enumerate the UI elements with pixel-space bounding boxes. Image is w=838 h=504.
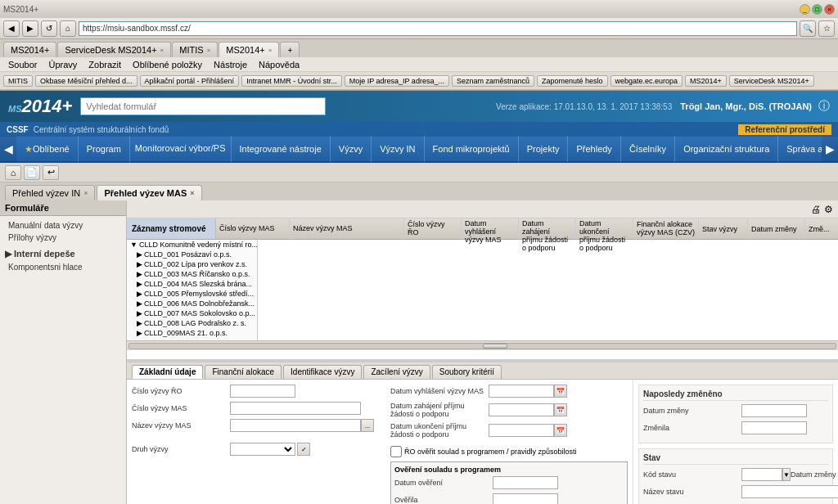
tree-item-3[interactable]: ▶ CLLD_004 MAS Slezská brána... <box>127 279 257 289</box>
tree-item-6[interactable]: ▶ CLLD_007 MAS Sokolovsko o.p... <box>127 308 257 318</box>
input-nazev-mas[interactable] <box>230 419 361 432</box>
forms-item-prilohy[interactable]: Přílohy výzvy <box>0 232 126 244</box>
nav-tab-vyzvy[interactable]: Výzvy <box>331 136 372 162</box>
tab-close-in-icon[interactable]: × <box>83 189 88 197</box>
menu-napoveda[interactable]: Nápověda <box>254 59 304 70</box>
menu-oblibene[interactable]: Oblíbené položky <box>128 59 207 70</box>
bookmark-heslo[interactable]: Zapomenuté heslo <box>537 75 608 87</box>
tree-item-8[interactable]: ▶ CLLD_009MAS 21. o.p.s. <box>127 328 257 338</box>
search-go-button[interactable]: 🔍 <box>800 20 816 37</box>
tab-close-icon[interactable]: × <box>207 47 211 54</box>
nazev-mas-expand-button[interactable]: ... <box>361 419 374 432</box>
bookmark-okbase[interactable]: Okbase Měsíční přehled d... <box>35 75 137 87</box>
nav-tab-monitoring[interactable]: Monitorovací výbor/PS <box>130 136 232 162</box>
tree-item-2[interactable]: ▶ CLLD_003 MAS Říčansko o.p.s. <box>127 269 257 279</box>
close-button[interactable]: × <box>824 4 835 15</box>
input-datum-zah[interactable] <box>489 403 554 416</box>
menu-soubor[interactable]: Soubor <box>3 59 42 70</box>
help-icon[interactable]: ⓘ <box>818 99 830 114</box>
page-tab-prehled-vyzev-in[interactable]: Přehled výzev IN × <box>5 185 95 200</box>
detail-tab-financni[interactable]: Finanční alokace <box>205 365 282 379</box>
nav-tab-integrated[interactable]: Integrované nástroje <box>232 136 331 162</box>
input-nazev-stavu[interactable] <box>741 485 838 498</box>
settings-icon[interactable]: ⚙ <box>824 204 833 215</box>
tree-item-4[interactable]: ▶ CLLD_005 Přemyslovské středí... <box>127 289 257 299</box>
nav-right-arrow[interactable]: ▶ <box>822 136 838 162</box>
nav-tab-program[interactable]: Program <box>79 136 130 162</box>
menu-nastroje[interactable]: Nástroje <box>209 59 252 70</box>
bookmark-ms2014[interactable]: MS2014+ <box>685 75 727 87</box>
browser-tab-3[interactable]: MITIS × <box>172 42 218 57</box>
nav-tab-prehledy[interactable]: Přehledy <box>568 136 620 162</box>
bookmark-portal[interactable]: Aplikační portál - Přihlášení <box>140 75 240 87</box>
detail-tab-soubory[interactable]: Soubory kritérií <box>432 365 502 379</box>
input-overila[interactable] <box>493 493 558 504</box>
input-kod-stavu[interactable] <box>741 468 782 481</box>
input-zmenila[interactable] <box>741 421 807 434</box>
browser-tab-4[interactable]: MS2014+ × <box>219 42 279 57</box>
bookmark-seznam[interactable]: Seznam zaměstnanců <box>452 75 534 87</box>
forward-button[interactable]: ▶ <box>22 20 38 37</box>
bookmark-ip[interactable]: Moje IP adresa_IP adresa_... <box>345 75 449 87</box>
bookmark-webgate[interactable]: webgate.ec.europa <box>610 75 683 87</box>
tab-close-active-icon[interactable]: × <box>268 47 273 54</box>
select-druh-vyzvy[interactable] <box>230 443 295 456</box>
input-cislo-ro[interactable] <box>230 385 295 398</box>
nav-tab-org[interactable]: Organizační struktura <box>675 136 778 162</box>
bookmark-intranet[interactable]: Intranet MMR - Úvodní str... <box>241 75 342 87</box>
input-datum-uk[interactable] <box>489 424 554 437</box>
page-tab-prehled-vyzev-mas[interactable]: Přehled výzev MAS × <box>97 185 201 200</box>
nav-tab-projekty[interactable]: Projekty <box>519 136 569 162</box>
input-datum-vyhl[interactable] <box>489 385 554 398</box>
druh-checked-icon[interactable]: ✓ <box>297 443 310 456</box>
nav-tab-oblibene[interactable]: ★ Oblíbené <box>16 136 79 162</box>
home-button[interactable]: ⌂ <box>60 20 76 37</box>
back-button[interactable]: ◀ <box>3 20 20 37</box>
forms-item-manual[interactable]: Manuální data výzvy <box>0 219 126 232</box>
bookmark-mitis[interactable]: MITIS <box>3 75 33 87</box>
window-controls[interactable]: _ □ × <box>800 4 835 15</box>
print-icon[interactable]: 🖨 <box>811 204 821 215</box>
checkbox-ro-overeni[interactable] <box>390 446 402 457</box>
tree-item-1[interactable]: ▶ CLLD_002 Lípa pro venkov z.s. <box>127 259 257 269</box>
bookmark-servicedesk[interactable]: ServiceDesk MS2014+ <box>729 75 814 87</box>
nav-tab-sprava[interactable]: Správa aplikace <box>778 136 822 162</box>
input-cislo-mas[interactable] <box>230 402 361 415</box>
scrollbar-track[interactable] <box>128 343 836 349</box>
tab-close-mas-icon[interactable]: × <box>190 189 194 197</box>
horizontal-scrollbar[interactable] <box>127 340 838 350</box>
browser-tab-1[interactable]: MS2014+ <box>3 42 56 57</box>
nav-tab-ciselnik[interactable]: Číselníky <box>621 136 675 162</box>
detail-tab-zacileni[interactable]: Zacílení výzvy <box>363 365 430 379</box>
forms-item-komponenty[interactable]: Komponentsni hlace <box>0 261 126 273</box>
browser-tab-new[interactable]: + <box>280 42 300 57</box>
tab-close-icon[interactable]: × <box>160 47 164 54</box>
refresh-button[interactable]: ↺ <box>41 20 57 37</box>
menu-zobrazit[interactable]: Zobrazit <box>83 59 126 70</box>
star-button[interactable]: ☆ <box>818 20 835 37</box>
home-tool-button[interactable]: ⌂ <box>5 165 21 180</box>
tree-item-0[interactable]: ▶ CLLD_001 Posázaví o.p.s. <box>127 250 257 259</box>
browser-tab-2[interactable]: ServiceDesk MS2014+ × <box>57 42 171 57</box>
header-search-input[interactable] <box>80 97 326 115</box>
address-bar[interactable] <box>79 21 797 36</box>
tree-item-5[interactable]: ▶ CLLD_006 MAS Dolnobřežansk... <box>127 299 257 308</box>
detail-tab-identifikace[interactable]: Identifikace výzvy <box>283 365 362 379</box>
datum-zah-picker-icon[interactable]: 📅 <box>554 403 567 416</box>
nav-tab-vyzvy-in[interactable]: Výzvy IN <box>372 136 424 162</box>
back-tool-button[interactable]: ↩ <box>43 165 59 180</box>
menu-upravy[interactable]: Úpravy <box>43 59 82 70</box>
input-datum-zmeny[interactable] <box>741 404 807 417</box>
tree-item-7[interactable]: ▶ CLLD_008 LAG Podralsko z. s. <box>127 318 257 328</box>
nav-left-arrow[interactable]: ◀ <box>0 136 16 162</box>
doc-tool-button[interactable]: 📄 <box>24 165 40 180</box>
kod-stavu-expand-icon[interactable]: ▼ <box>782 468 791 481</box>
minimize-button[interactable]: _ <box>800 4 810 15</box>
datum-uk-picker-icon[interactable]: 📅 <box>554 424 567 437</box>
maximize-button[interactable]: □ <box>812 4 822 15</box>
scrollbar-thumb[interactable] <box>483 344 507 349</box>
nav-tab-fond[interactable]: Fond mikroprojektů <box>425 136 519 162</box>
datum-vyhl-picker-icon[interactable]: 📅 <box>554 385 567 398</box>
input-datum-overeni[interactable] <box>493 476 558 489</box>
tree-root[interactable]: ▼ CLLD Komunitně vedený místní ro... <box>127 240 257 250</box>
